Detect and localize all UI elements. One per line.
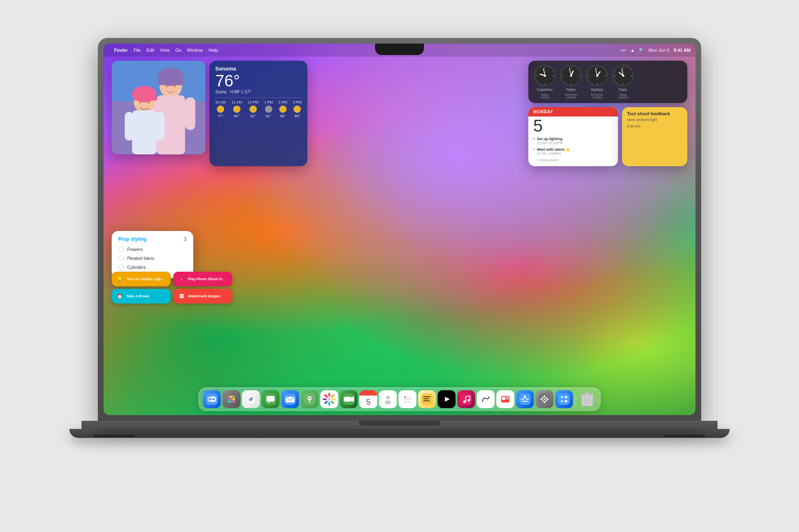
macbook-feet — [69, 429, 730, 437]
shortcut-label-2: Take A Break — [126, 294, 149, 298]
svg-rect-140 — [585, 391, 589, 394]
reminder-item-1: Pleated fabric — [118, 255, 187, 261]
clock-paris: Paris Today+9HRS — [612, 65, 633, 99]
svg-point-135 — [565, 396, 567, 398]
svg-point-77 — [309, 398, 311, 399]
forecast-2pm: 2 PM 85° — [279, 100, 287, 118]
dock-news[interactable] — [497, 390, 514, 408]
calendar-date: 5 — [528, 117, 618, 134]
svg-rect-123 — [506, 398, 509, 399]
file-menu[interactable]: File — [134, 48, 141, 53]
shortcut-btn-1[interactable]: ♪ Play Photo Shoot P... — [173, 272, 232, 286]
svg-point-59 — [230, 398, 233, 400]
shortcut-btn-0[interactable]: 💡 Turn on Studio Ligh... — [112, 272, 171, 286]
svg-rect-90 — [344, 397, 351, 402]
clock-info-paris: Today+9HRS — [618, 93, 628, 99]
dock-launchpad[interactable] — [223, 390, 241, 408]
reminder-circle-1 — [118, 255, 124, 261]
svg-rect-139 — [581, 394, 594, 396]
weather-location: Sonoma — [215, 66, 302, 72]
shortcut-label-1: Play Photo Shoot P... — [188, 277, 224, 281]
svg-point-128 — [544, 398, 545, 400]
svg-point-8 — [166, 85, 168, 87]
dock-systemprefs[interactable] — [536, 390, 554, 408]
dock-control-center[interactable] — [555, 390, 573, 408]
reminder-label-2: Cylinders — [127, 265, 146, 270]
dock-messages[interactable] — [262, 390, 280, 408]
shortcut-btn-2[interactable]: ⏰ Take A Break — [112, 289, 171, 303]
dock-calendar[interactable]: 5 — [360, 390, 377, 408]
menubar-search-icon[interactable]: 🔍 — [639, 48, 644, 53]
shortcuts-widget: 💡 Turn on Studio Ligh... ♪ Play Photo Sh… — [112, 272, 232, 303]
dock-facetime[interactable] — [340, 390, 358, 408]
dock-photos[interactable] — [320, 390, 338, 408]
clock-info-sydney: Tomorrow+17HRS — [591, 93, 603, 99]
svg-point-104 — [404, 401, 406, 403]
dock-tv[interactable] — [438, 390, 456, 408]
edit-menu[interactable]: Edit — [146, 48, 154, 53]
svg-rect-136 — [561, 400, 563, 402]
shortcut-icon-1: ♪ — [177, 275, 185, 283]
svg-rect-12 — [133, 97, 157, 101]
dock-trash[interactable] — [578, 390, 596, 408]
foot-left — [94, 435, 135, 437]
go-menu[interactable]: Go — [175, 48, 181, 53]
macbook-hinge — [359, 421, 440, 426]
calendar-events: Set up lighting 12:00–12:30PM Meet with … — [528, 134, 618, 166]
svg-point-63 — [233, 400, 235, 403]
svg-point-134 — [561, 396, 563, 398]
svg-rect-94 — [360, 390, 377, 394]
dock-freeform[interactable] — [477, 390, 495, 408]
help-menu[interactable]: Help — [209, 48, 218, 53]
svg-point-88 — [328, 398, 331, 401]
svg-rect-107 — [424, 396, 431, 397]
svg-point-57 — [233, 396, 235, 398]
svg-point-98 — [385, 400, 391, 404]
macbook-outer: Finder File Edit View Go Window Help sys… — [82, 38, 717, 494]
dock-contacts[interactable] — [379, 390, 397, 408]
svg-rect-7 — [185, 97, 195, 130]
note-time: 8:30 AM — [627, 124, 682, 128]
dock-mail[interactable] — [281, 390, 299, 408]
dock-maps[interactable] — [301, 390, 319, 408]
svg-rect-115 — [466, 397, 466, 402]
svg-rect-108 — [424, 398, 429, 399]
view-menu[interactable]: View — [160, 48, 170, 53]
finder-menu[interactable]: Finder — [114, 48, 128, 53]
dock-notes[interactable] — [418, 390, 436, 408]
macos-desktop: Finder File Edit View Go Window Help sys… — [104, 44, 695, 415]
event-1-title: Set up lighting — [537, 137, 563, 141]
dock-reminders[interactable] — [399, 390, 417, 408]
reminder-label-1: Pleated fabric — [127, 256, 155, 261]
shortcut-btn-3[interactable]: 🖼 Watermark Images — [173, 289, 232, 303]
event-2-time: 12:30–1:00PM — [537, 152, 570, 156]
dock-safari[interactable] — [242, 390, 260, 408]
svg-point-54 — [212, 398, 215, 400]
dock-finder[interactable] — [203, 390, 221, 408]
widgets-row: Sonoma 76° Sunny H:88° L:57° 10 AM 77° — [112, 61, 687, 166]
clock-widget: Cupertino Today+0HRS — [528, 61, 687, 103]
svg-rect-4 — [158, 80, 184, 85]
svg-point-58 — [228, 398, 230, 400]
dock-music[interactable] — [457, 390, 475, 408]
photo-people-svg — [112, 61, 205, 154]
svg-rect-99 — [402, 394, 413, 405]
svg-point-62 — [230, 400, 233, 403]
macbook-base-top — [82, 421, 717, 429]
shortcut-label-3: Watermark Images — [188, 294, 221, 298]
event-1-time: 12:00–12:30PM — [537, 141, 563, 145]
window-menu[interactable]: Window — [187, 48, 203, 53]
forecast-1pm: 1 PM 81° — [264, 100, 273, 118]
menubar-wifi-icon: ▲ — [630, 48, 635, 53]
menubar-battery: sys — [620, 48, 626, 52]
svg-rect-133 — [558, 394, 570, 405]
clock-cupertino: Cupertino Today+0HRS — [534, 65, 555, 99]
sun-icon — [249, 106, 257, 113]
svg-point-49 — [622, 75, 625, 77]
clock-info-cupertino: Today+0HRS — [540, 93, 550, 99]
dock-appstore[interactable] — [516, 390, 534, 408]
reminder-item-2: Cylinders — [118, 264, 187, 270]
shortcut-icon-3: 🖼 — [177, 292, 185, 300]
photo-widget — [112, 61, 205, 154]
event-2-title: Meet with talent 🌟 — [537, 147, 570, 152]
